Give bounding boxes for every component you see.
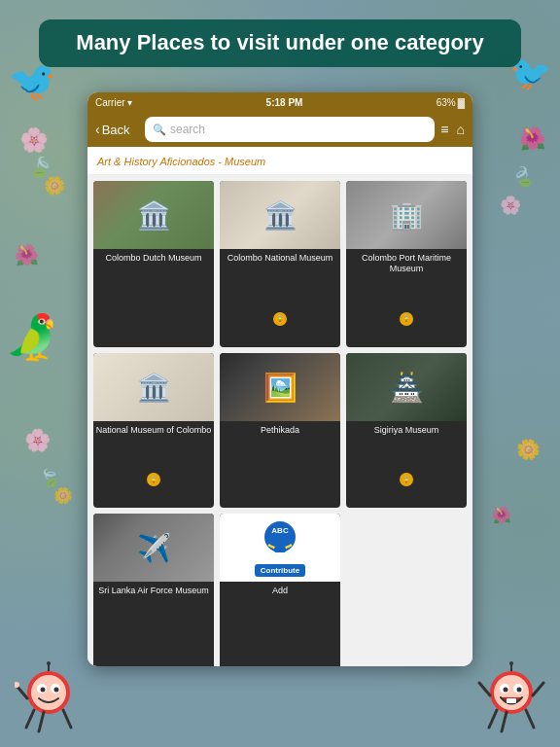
svg-rect-22 (507, 698, 516, 703)
museum-name-national-colombo: National Museum of Colombo (93, 421, 214, 440)
svg-line-26 (502, 712, 507, 731)
time-text: 5:18 PM (266, 97, 303, 108)
svg-line-25 (489, 710, 497, 728)
lock-icon: 🔒 (273, 312, 287, 326)
filter-icon[interactable]: ≡ (440, 122, 448, 137)
leaf-decoration: 🍃 (26, 152, 57, 182)
category-text: Art & History Aficionados - Museum (97, 156, 265, 167)
svg-point-7 (41, 688, 46, 693)
flower-decoration: 🌼 (44, 175, 65, 196)
list-item[interactable]: ABC Contribute Add (220, 514, 340, 666)
list-item[interactable]: 🔒 National Museum of Colombo (93, 353, 214, 509)
back-chevron-icon: ‹ (95, 122, 100, 137)
flower-decoration: 🌺 (519, 126, 545, 152)
list-item[interactable]: Pethikada (220, 353, 340, 509)
museum-image-airforce (93, 514, 214, 582)
add-label: Add (220, 582, 340, 600)
museum-image-pethikada (220, 353, 340, 421)
list-item[interactable]: 🔒 Colombo Port Maritime Museum (346, 181, 467, 347)
carrier-text: Carrier ▾ (95, 97, 132, 108)
mascot-right-svg (477, 661, 545, 739)
leaf-decoration: 🍃 (37, 465, 63, 491)
back-label: Back (102, 123, 130, 137)
search-placeholder: search (170, 123, 205, 136)
category-label-bar: Art & History Aficionados - Museum (88, 147, 472, 175)
svg-line-11 (26, 710, 34, 728)
flower-decoration: 🌸 (24, 428, 51, 453)
museum-name-airforce: Sri Lanka Air Force Museum (93, 582, 214, 600)
lock-icon: 🔒 (147, 473, 160, 486)
contribute-label: Contribute (255, 564, 305, 577)
svg-point-4 (31, 675, 66, 710)
mascot-left (15, 661, 83, 739)
svg-text:ABC: ABC (271, 526, 289, 535)
nav-bar: ‹ Back 🔍 search ≡ ⌂ (88, 112, 472, 147)
flower-decoration: 🌺 (492, 506, 511, 524)
banner-text: Many Places to visit under one category (58, 29, 502, 57)
list-item[interactable]: 🔒 Sigiriya Museum (346, 353, 467, 509)
museum-name-port-maritime: Colombo Port Maritime Museum (346, 249, 467, 278)
list-item[interactable]: Sri Lanka Air Force Museum (93, 514, 214, 666)
lock-icon: 🔒 (400, 312, 413, 326)
svg-line-28 (479, 683, 490, 695)
svg-line-13 (63, 710, 71, 728)
back-button[interactable]: ‹ Back (95, 122, 139, 137)
nav-actions: ≡ ⌂ (440, 122, 465, 137)
museum-image-national-colombo (93, 353, 214, 421)
flower-decoration: 🌸 (19, 126, 49, 154)
svg-line-12 (39, 712, 44, 731)
home-icon[interactable]: ⌂ (457, 122, 465, 137)
top-banner: Many Places to visit under one category (39, 19, 521, 67)
museum-image-colombo-national (220, 181, 340, 249)
museum-grid: Colombo Dutch Museum 🔒 Colombo National … (88, 175, 472, 666)
svg-line-27 (526, 710, 534, 728)
museum-image-port-maritime (346, 181, 467, 249)
svg-line-14 (17, 686, 27, 698)
search-bar[interactable]: 🔍 search (145, 117, 435, 142)
flower-decoration: 🌺 (15, 243, 39, 267)
status-bar: Carrier ▾ 5:18 PM 63% ▓ (88, 92, 472, 112)
svg-point-10 (47, 661, 51, 665)
flower-decoration: 🌼 (53, 486, 73, 505)
svg-line-29 (533, 683, 543, 695)
contribute-hand-svg: ABC (259, 519, 301, 562)
search-icon: 🔍 (153, 124, 166, 136)
mascot-left-svg (15, 661, 83, 739)
museum-name-colombo-dutch: Colombo Dutch Museum (93, 249, 214, 267)
flower-decoration: 🌼 (516, 438, 541, 461)
svg-point-17 (494, 675, 529, 710)
svg-rect-2 (274, 547, 286, 552)
leaf-decoration: 🍃 (508, 161, 540, 192)
svg-point-21 (517, 688, 522, 693)
mascot-right (477, 661, 545, 739)
lock-icon: 🔒 (400, 473, 413, 486)
battery-text: 63% ▓ (437, 97, 465, 108)
museum-name-sigiriya: Sigiriya Museum (346, 421, 467, 440)
svg-point-24 (509, 661, 513, 665)
svg-point-8 (54, 688, 59, 693)
museum-name-pethikada: Pethikada (220, 421, 340, 440)
museum-image-sigiriya (346, 353, 467, 421)
bird-decoration-mid: 🦜 (5, 311, 59, 363)
museum-image-colombo-dutch (93, 181, 214, 249)
flower-decoration: 🌸 (500, 195, 521, 216)
museum-name-colombo-national: Colombo National Museum (220, 249, 340, 267)
svg-point-20 (504, 688, 508, 693)
list-item[interactable]: 🔒 Colombo National Museum (220, 181, 340, 347)
phone-frame: Carrier ▾ 5:18 PM 63% ▓ ‹ Back 🔍 search … (88, 92, 472, 666)
list-item[interactable]: Colombo Dutch Museum (93, 181, 214, 347)
contribute-image: ABC Contribute (220, 514, 340, 582)
